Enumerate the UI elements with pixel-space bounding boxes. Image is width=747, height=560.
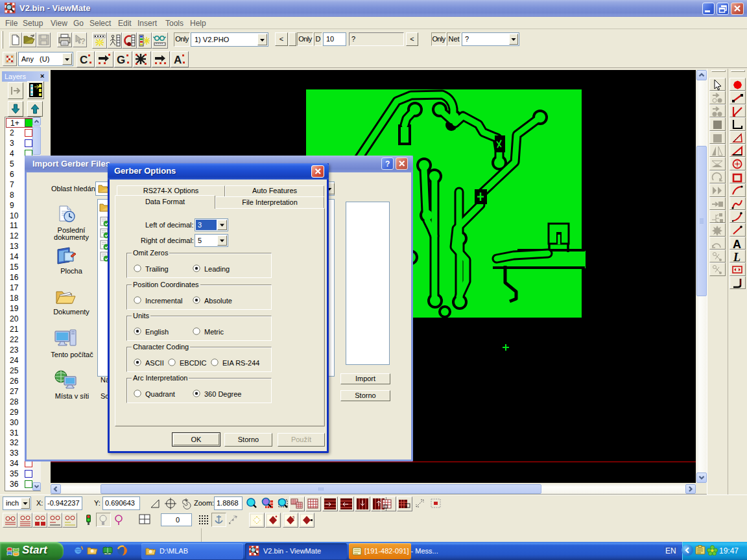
svg-text:L: L: [733, 251, 741, 262]
svg-text:s: s: [292, 515, 295, 519]
svg-text:A: A: [733, 238, 741, 250]
svg-text:?: ?: [80, 36, 86, 46]
svg-text:?: ?: [385, 159, 390, 169]
svg-text:G: G: [117, 54, 125, 66]
svg-text:A: A: [174, 54, 182, 66]
svg-text:C: C: [80, 54, 88, 66]
